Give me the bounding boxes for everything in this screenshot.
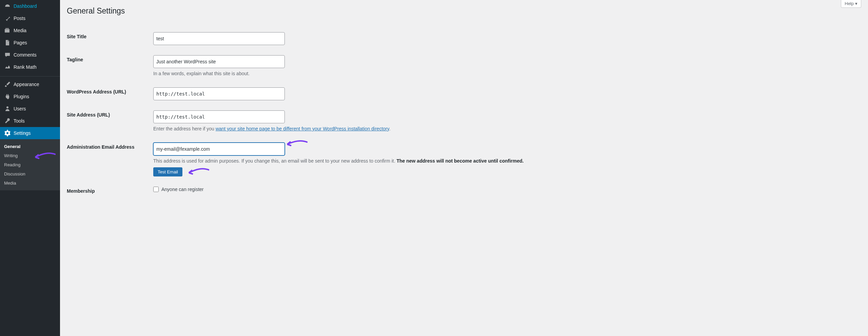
site-address-description: Enter the address here if you want your … <box>153 125 526 132</box>
sidebar-item-label: Rank Math <box>14 64 37 70</box>
chevron-down-icon: ▾ <box>855 1 857 6</box>
wp-address-label: WordPress Address (URL) <box>67 82 150 105</box>
membership-checkbox[interactable] <box>153 187 159 192</box>
sidebar-item-label: Users <box>14 106 26 111</box>
sidebar-item-label: Appearance <box>14 82 39 87</box>
menu-separator <box>0 75 60 77</box>
plug-icon <box>4 93 11 100</box>
sidebar-item-label: Posts <box>14 16 25 21</box>
submenu-item-media[interactable]: Media <box>0 178 60 188</box>
test-email-button[interactable]: Test Email <box>153 167 182 176</box>
site-title-label: Site Title <box>67 27 150 50</box>
sidebar-item-media[interactable]: Media <box>0 24 60 37</box>
sidebar-item-rank-math[interactable]: Rank Math <box>0 61 60 73</box>
membership-checkbox-label: Anyone can register <box>161 187 204 192</box>
chart-icon <box>4 64 11 70</box>
media-icon <box>4 27 11 34</box>
submenu-item-discussion[interactable]: Discussion <box>0 169 60 178</box>
membership-label: Membership <box>67 182 150 201</box>
admin-email-label: Administration Email Address <box>67 138 150 182</box>
submenu-item-general[interactable]: General <box>0 142 60 151</box>
sidebar-item-users[interactable]: Users <box>0 103 60 115</box>
sidebar-item-plugins[interactable]: Plugins <box>0 90 60 103</box>
sidebar-item-comments[interactable]: Comments <box>0 49 60 61</box>
site-address-link[interactable]: want your site home page to be different… <box>216 126 389 131</box>
settings-submenu: General Writing Reading Discussion Media <box>0 139 60 190</box>
comment-icon <box>4 51 11 58</box>
sidebar-item-label: Pages <box>14 40 27 45</box>
help-label: Help <box>845 1 854 6</box>
pin-icon <box>4 15 11 22</box>
sidebar-item-label: Dashboard <box>14 3 37 9</box>
tagline-label: Tagline <box>67 50 150 82</box>
site-address-input[interactable] <box>153 110 285 123</box>
admin-sidebar: Dashboard Posts Media Pages Comments <box>0 0 60 336</box>
page-icon <box>4 39 11 46</box>
sidebar-item-tools[interactable]: Tools <box>0 115 60 127</box>
sidebar-item-label: Plugins <box>14 94 29 99</box>
site-title-input[interactable] <box>153 32 285 45</box>
sidebar-item-settings[interactable]: Settings <box>0 127 60 139</box>
sidebar-item-label: Tools <box>14 118 25 124</box>
sidebar-item-pages[interactable]: Pages <box>0 37 60 49</box>
tagline-input[interactable] <box>153 55 285 68</box>
settings-form-table: Site Title Tagline In a few words, expla… <box>67 27 861 201</box>
sidebar-item-dashboard[interactable]: Dashboard <box>0 0 60 12</box>
site-address-label: Site Address (URL) <box>67 105 150 138</box>
gear-icon <box>4 130 11 136</box>
wrench-icon <box>4 118 11 124</box>
tagline-description: In a few words, explain what this site i… <box>153 70 526 77</box>
sidebar-item-appearance[interactable]: Appearance <box>0 78 60 90</box>
admin-email-input[interactable] <box>153 143 285 155</box>
membership-checkbox-row[interactable]: Anyone can register <box>153 187 858 192</box>
page-title: General Settings <box>67 3 861 17</box>
dashboard-icon <box>4 3 11 9</box>
sidebar-item-label: Media <box>14 28 26 33</box>
help-tab[interactable]: Help ▾ <box>841 0 861 8</box>
main-content: Help ▾ General Settings Site Title Tagli… <box>60 0 868 336</box>
submenu-item-reading[interactable]: Reading <box>0 160 60 169</box>
submenu-item-writing[interactable]: Writing <box>0 151 60 160</box>
sidebar-item-label: Comments <box>14 52 37 58</box>
wp-address-input[interactable] <box>153 87 285 100</box>
sidebar-item-posts[interactable]: Posts <box>0 12 60 24</box>
sidebar-item-label: Settings <box>14 130 31 136</box>
user-icon <box>4 105 11 112</box>
admin-email-description: This address is used for admin purposes.… <box>153 158 526 165</box>
brush-icon <box>4 81 11 88</box>
